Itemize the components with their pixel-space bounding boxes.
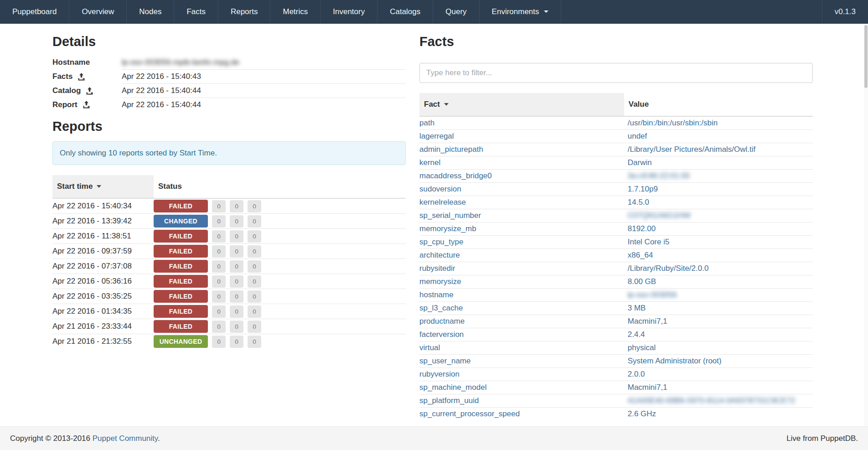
report-row: Apr 22 2016 - 07:37:08FAILED000 [52, 259, 406, 274]
fact-value-cell: Macmini7,1 [624, 315, 813, 328]
fact-value-cell: 1.7.10p9 [624, 183, 813, 196]
fact-value-text: 2.0.0 [628, 370, 645, 378]
upload-icon[interactable] [83, 101, 90, 109]
navbar-item-metrics[interactable]: Metrics [270, 0, 320, 23]
fact-name-link[interactable]: kernelrelease [419, 198, 466, 207]
scrollbar-thumb[interactable] [864, 25, 868, 88]
fact-value-cell: 14.5.0 [624, 196, 813, 209]
navbar-item-nodes[interactable]: Nodes [127, 0, 174, 23]
sort-caret-icon [97, 185, 101, 188]
report-status-badge[interactable]: FAILED [154, 260, 208, 273]
fact-name-link[interactable]: path [419, 119, 434, 127]
report-start-time: Apr 22 2016 - 13:39:42 [52, 214, 154, 229]
report-start-time: Apr 22 2016 - 05:36:16 [52, 274, 154, 289]
navbar-item-overview[interactable]: Overview [69, 0, 127, 23]
fact-row: sp_cpu_typeIntel Core i5 [419, 236, 813, 249]
fact-name-link[interactable]: hostname [419, 290, 454, 299]
reports-table: Start time Status Apr 22 2016 - 15:40:34… [52, 175, 406, 349]
fact-row: rubyversion2.0.0 [419, 368, 813, 381]
fact-name-link[interactable]: sp_l3_cache [419, 304, 463, 312]
report-count-badge: 0 [212, 230, 226, 243]
report-count-badge: 0 [230, 230, 243, 243]
report-count-badge: 0 [230, 260, 243, 273]
upload-icon[interactable] [86, 87, 93, 95]
fact-name-link[interactable]: sp_cpu_type [419, 238, 463, 246]
fact-value-cell: 8192.00 [624, 222, 813, 236]
report-status-badge[interactable]: CHANGED [154, 215, 208, 228]
report-row: Apr 22 2016 - 15:40:34FAILED000 [52, 198, 406, 214]
fact-name-link[interactable]: admin_picturepath [419, 145, 483, 154]
navbar-item-reports[interactable]: Reports [218, 0, 271, 23]
fact-name-cell: kernelrelease [419, 196, 624, 209]
report-status-badge[interactable]: FAILED [154, 245, 208, 258]
report-row: Apr 22 2016 - 03:35:25FAILED000 [52, 289, 406, 304]
fact-name-link[interactable]: facterversion [419, 330, 464, 339]
fact-row: sp_current_processor_speed2.6 GHz [419, 408, 813, 421]
details-label-text: Facts [52, 72, 72, 81]
navbar-item-catalogs[interactable]: Catalogs [377, 0, 433, 23]
report-status-badge[interactable]: FAILED [154, 290, 208, 303]
report-status-badge[interactable]: UNCHANGED [154, 335, 208, 348]
copyright-prefix: Copyright © 2013-2016 [10, 434, 93, 443]
reports-column-status[interactable]: Status [154, 175, 406, 198]
fact-name-link[interactable]: macaddress_bridge0 [419, 171, 492, 180]
fact-name-cell: admin_picturepath [419, 143, 624, 156]
report-count-badge: 0 [230, 215, 243, 228]
report-count-badge: 0 [212, 215, 226, 228]
upload-icon[interactable] [78, 73, 85, 81]
report-status-badge[interactable]: FAILED [154, 200, 208, 212]
navbar-brand[interactable]: Puppetboard [0, 0, 69, 23]
fact-name-link[interactable]: virtual [419, 343, 440, 352]
report-status-badge[interactable]: FAILED [154, 305, 208, 318]
fact-name-link[interactable]: rubyversion [419, 370, 460, 378]
fact-name-link[interactable]: sp_current_processor_speed [419, 409, 520, 418]
report-count-badge: 0 [212, 200, 226, 212]
fact-value-text: 3a:c9:86:22:01:00 [628, 171, 690, 180]
navbar-item-facts[interactable]: Facts [174, 0, 218, 23]
report-status-badge[interactable]: FAILED [154, 230, 208, 243]
fact-row: sp_serial_numberC07QN1A6G1HW [419, 209, 813, 222]
report-status-badge[interactable]: FAILED [154, 320, 208, 333]
fact-value-cell: undef [624, 130, 813, 143]
fact-row: macaddress_bridge03a:c9:86:22:01:00 [419, 170, 813, 183]
fact-value-text: Macmini7,1 [628, 383, 667, 392]
fact-value-text: 3 MB [628, 304, 646, 312]
report-count-badge: 0 [212, 305, 226, 318]
details-row-value: lp-osx-003056.mpib-berlin.mpg.de [122, 56, 406, 70]
fact-name-link[interactable]: sp_serial_number [419, 211, 481, 220]
scrollbar-track[interactable] [864, 24, 868, 426]
fact-name-link[interactable]: sudoversion [419, 185, 461, 193]
fact-row: sp_platform_uuid41A00E40-69B6-5970-8114-… [419, 394, 813, 408]
facts-column-fact[interactable]: Fact [419, 93, 624, 116]
fact-value-text: 2.6 GHz [628, 409, 656, 418]
fact-row: productnameMacmini7,1 [419, 315, 813, 328]
facts-column-value[interactable]: Value [624, 93, 813, 116]
fact-value-cell: 2.0.0 [624, 368, 813, 381]
report-count-badge: 0 [230, 290, 243, 303]
fact-value-cell: Intel Core i5 [624, 236, 813, 249]
reports-column-start-time[interactable]: Start time [52, 175, 154, 198]
fact-name-link[interactable]: sp_platform_uuid [419, 396, 479, 405]
navbar-item-inventory[interactable]: Inventory [320, 0, 377, 23]
fact-name-link[interactable]: rubysitedir [419, 264, 455, 273]
navbar-environments-dropdown[interactable]: Environments [480, 0, 561, 23]
fact-name-link[interactable]: sp_machine_model [419, 383, 486, 392]
details-row-label: Report [52, 98, 122, 112]
fact-name-cell: sp_cpu_type [419, 236, 624, 249]
fact-name-link[interactable]: memorysize_mb [419, 224, 476, 233]
reports-column-status-label: Status [158, 182, 182, 191]
details-row-value: Apr 22 2016 - 15:40:44 [122, 98, 406, 112]
fact-name-link[interactable]: productname [419, 317, 465, 326]
report-count-badge: 0 [248, 215, 261, 228]
fact-name-link[interactable]: lagerregal [419, 132, 454, 140]
fact-name-link[interactable]: kernel [419, 158, 440, 167]
facts-filter-input[interactable] [419, 63, 813, 83]
fact-value-text: 41A00E40-69B6-5970-8114-0A9378731C9CE72 [628, 396, 795, 405]
fact-name-link[interactable]: memorysize [419, 277, 461, 286]
report-status-badge[interactable]: FAILED [154, 275, 208, 288]
details-title: Details [52, 34, 406, 49]
navbar-item-query[interactable]: Query [433, 0, 479, 23]
fact-name-link[interactable]: sp_user_name [419, 357, 470, 365]
fact-name-link[interactable]: architecture [419, 251, 460, 259]
puppet-community-link[interactable]: Puppet Community [93, 434, 158, 443]
